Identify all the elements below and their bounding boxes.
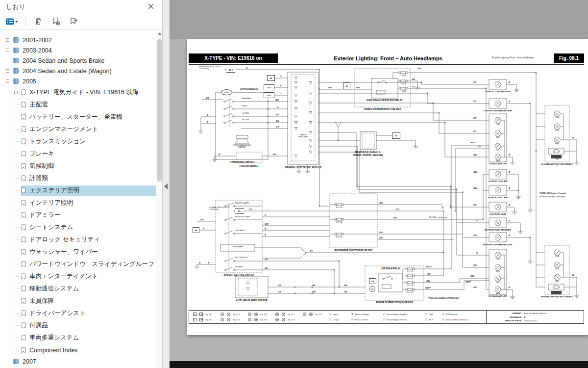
sensor-ground-symbol-icon: ▽ bbox=[383, 318, 385, 321]
label-glove-box-lamp: GLOVE BOX LAMP bbox=[483, 213, 513, 216]
label-side-lamps: SIDE LAMPS bbox=[235, 230, 254, 232]
scroll-up-arrow-icon[interactable] bbox=[158, 32, 162, 35]
bookmark-item[interactable]: ウォッシャー、ワイパー bbox=[0, 246, 156, 258]
wire-label: R bbox=[265, 228, 266, 230]
label-lh-headlamp-unit: LH HEADLAMP UNIT bbox=[482, 163, 514, 165]
wire-label: B bbox=[199, 262, 200, 264]
book-icon bbox=[13, 358, 19, 365]
lamp-side: SIDE bbox=[552, 130, 562, 132]
wire-label: OY bbox=[310, 250, 313, 252]
bookmark-item-selected[interactable]: エクステリア照明 bbox=[0, 184, 156, 197]
label-power-dist-fuse-box: POWER DISTRIBUTION FUSE BOX bbox=[354, 108, 411, 111]
expander-icon[interactable] bbox=[6, 38, 9, 42]
label-rh-front-fog: RH FRONT FOG LAMP bbox=[486, 197, 510, 199]
wire-label: GO bbox=[412, 85, 415, 88]
circuit-ref-87-1: 87.1 bbox=[234, 208, 245, 214]
bookmark-item-2005[interactable]: 2005 bbox=[0, 76, 156, 86]
bookmark-item-2001-2002[interactable]: 2001-2002 bbox=[0, 35, 156, 45]
label-lh-headlamp-hid: LH HEADLAMP UNIT (HID VARIANT) * bbox=[541, 163, 573, 168]
sidebar-scrollbar[interactable] bbox=[156, 30, 162, 368]
note-hid-1: * NOTE: HID Variant - V supply bbox=[539, 192, 586, 195]
wire-label: OY bbox=[473, 117, 476, 119]
lamp-side: SIDE bbox=[493, 137, 503, 139]
bookmark-options-button[interactable] bbox=[5, 17, 19, 26]
legend-connector-group: 12–16Fig. 01.5 17–24Fig. 01.6 bbox=[248, 312, 267, 322]
goto-bookmark-icon[interactable] bbox=[68, 17, 79, 26]
label-main-beam-relay: MAIN BEAM / FRONT FOG RELAY bbox=[367, 99, 403, 102]
wire-label: BG bbox=[273, 153, 276, 156]
wire-label: OY bbox=[473, 81, 476, 83]
bookmark-item[interactable]: 移動通信システム bbox=[0, 283, 156, 295]
label-rh-headlamp-hid: RH HEADLAMP UNIT (HID VARIANT) * bbox=[541, 296, 573, 300]
fuse-label: F20 10A bbox=[405, 271, 416, 273]
bookmark-ribbon-icon bbox=[21, 310, 26, 316]
bookmark-item[interactable]: バッテリー、スターター、発電機 bbox=[0, 111, 156, 123]
panel-splitter[interactable] bbox=[163, 0, 170, 368]
wire-label: B bbox=[572, 274, 574, 276]
label-rh-front-side-marker: RH FRONT SIDE MARKER LAMP bbox=[480, 244, 515, 246]
delete-bookmark-icon[interactable] bbox=[33, 17, 44, 26]
add-bookmark-icon[interactable] bbox=[50, 17, 61, 26]
bookmark-item[interactable]: インテリア照明 bbox=[0, 197, 156, 209]
label-autolamps: AUTOLAMPS bbox=[221, 246, 254, 248]
collapse-panel-icon[interactable] bbox=[164, 184, 168, 189]
label-main-beam: MAIN BEAM bbox=[242, 98, 257, 100]
bookmark-item-xtype-guide[interactable]: X-TYPE 電気ガイド - VIN: E19616 以降 bbox=[0, 86, 156, 99]
legend-symbols: ▽Input ▽Output bbox=[329, 312, 339, 322]
bookmark-item[interactable]: ドアミラー bbox=[0, 209, 156, 221]
bookmark-item[interactable]: ドアロック セキュリティ bbox=[0, 234, 156, 246]
bookmark-ribbon-icon bbox=[21, 200, 26, 206]
expander-icon[interactable] bbox=[14, 91, 18, 94]
wire-label: NR bbox=[344, 284, 347, 287]
bookmark-item[interactable]: パワードウィンドウ スライディングルーフ bbox=[0, 258, 156, 270]
legend-connector-group: 25–31Fig. 01.7 32–40Fig. 01.8 bbox=[275, 312, 294, 322]
bookmark-item[interactable]: 気候制御 bbox=[0, 160, 156, 172]
wire-label: WU** bbox=[470, 141, 476, 144]
bookmark-item[interactable]: ドライバーアシスト bbox=[0, 307, 156, 319]
bookmark-item[interactable]: 車両多重システム bbox=[0, 332, 156, 344]
lamp-dip: DIP bbox=[552, 159, 562, 161]
bookmark-item[interactable]: シートシステム bbox=[0, 221, 156, 234]
wire-label: GO bbox=[473, 286, 477, 289]
expander-icon[interactable] bbox=[6, 49, 9, 52]
expander-icon[interactable] bbox=[6, 79, 9, 83]
close-panel-icon[interactable] bbox=[147, 2, 155, 11]
bookmarks-tree: 2001-2002 2003-2004 2004 Sedan and Sport… bbox=[0, 30, 156, 368]
wire-label: B bbox=[509, 171, 510, 173]
bookmark-item-2004-sports-brake[interactable]: 2004 Sedan and Sports Brake bbox=[0, 55, 156, 66]
bookmark-item-2003-2004[interactable]: 2003-2004 bbox=[0, 45, 156, 55]
fuse-label: F35 7.5A bbox=[334, 207, 344, 209]
fuse-label: F26 10A bbox=[405, 278, 416, 280]
bookmark-item[interactable]: 車内エンターテイメント bbox=[0, 270, 156, 283]
label-turn-signal-switch: TURN SIGNAL SWITCH bbox=[216, 161, 268, 164]
expander-icon[interactable] bbox=[6, 69, 9, 73]
bookmarks-panel-header: しおり bbox=[0, 0, 162, 13]
wire-label: B bbox=[509, 100, 510, 103]
lamp-dip: DIP bbox=[493, 282, 503, 284]
scrollbar-thumb[interactable] bbox=[157, 39, 162, 182]
bookmark-ribbon-icon bbox=[21, 126, 26, 132]
wire-label: GB bbox=[312, 290, 316, 293]
bookmark-item[interactable]: エンジンマネージメント bbox=[0, 123, 156, 135]
bookmark-item[interactable]: トランスミッション bbox=[0, 135, 156, 148]
wire-label: OY bbox=[427, 273, 430, 275]
bookmark-item[interactable]: 主配電 bbox=[0, 99, 156, 111]
fuse-label: F2 10A bbox=[398, 75, 409, 77]
bookmark-item[interactable]: 乗員保護 bbox=[0, 295, 156, 307]
bookmark-item-2004-estate[interactable]: 2004 Sedan and Estate (Wagon) bbox=[0, 66, 156, 76]
bookmark-label: 2005 bbox=[23, 78, 36, 85]
bookmark-item[interactable]: 付属品 bbox=[0, 319, 156, 332]
bookmark-item[interactable]: ブレーキ bbox=[0, 148, 156, 160]
ref-box-35: 35 bbox=[343, 82, 350, 89]
bookmarks-panel: しおり bbox=[0, 0, 163, 368]
bookmark-item-2007[interactable]: 2007 bbox=[0, 356, 156, 367]
label-rh-turn: RH TURN bbox=[242, 119, 257, 121]
bookmark-item[interactable]: Component Index bbox=[0, 344, 156, 356]
lamp-main: MAIN bbox=[493, 293, 503, 295]
bookmark-item[interactable]: 計器類 bbox=[0, 172, 156, 184]
wire-label: R bbox=[203, 227, 204, 230]
note-nb: NB: J8011 - repeater only bbox=[429, 217, 473, 219]
wire-label: Y bbox=[280, 84, 281, 87]
wire-label: B bbox=[219, 153, 220, 156]
ref-box-2a: 2A bbox=[369, 278, 376, 284]
